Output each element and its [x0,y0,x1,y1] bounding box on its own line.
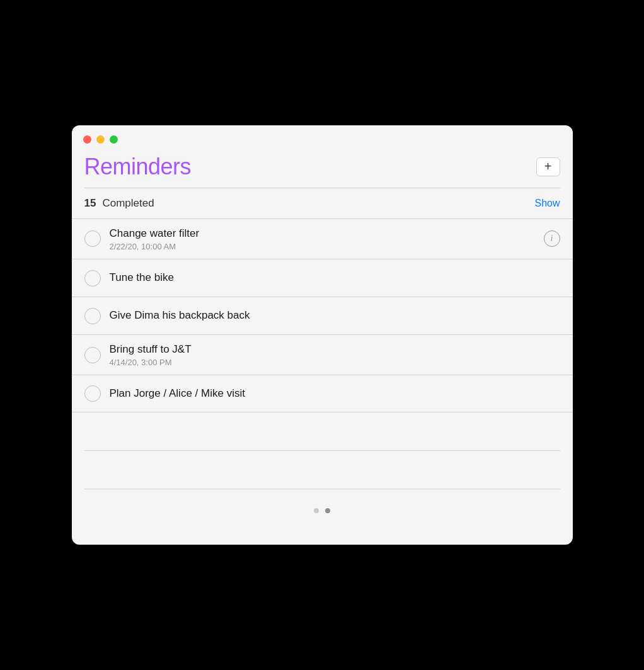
reminder-date-1: 2/22/20, 10:00 AM [110,242,538,251]
reminder-title-4: Bring stuff to J&T [110,343,560,356]
pagination [72,489,573,520]
maximize-button[interactable] [110,135,118,144]
reminder-content-1: Change water filter 2/22/20, 10:00 AM [110,227,538,251]
completed-count: 15 [84,197,96,210]
reminder-list: Change water filter 2/22/20, 10:00 AM i … [72,219,573,412]
minimize-button[interactable] [96,135,105,144]
reminder-checkbox-3[interactable] [84,308,101,324]
reminder-checkbox-4[interactable] [84,347,101,363]
reminder-content-2: Tune the bike [110,271,560,285]
close-button[interactable] [83,135,91,144]
completed-row: 15 Completed Show [72,188,573,219]
list-item: Bring stuff to J&T 4/14/20, 3:00 PM [72,334,573,375]
list-item: Tune the bike [72,259,573,297]
app-window: Reminders + 15 Completed Show Change wat… [72,125,573,545]
completed-info: 15 Completed [84,197,154,210]
list-item: Give Dima his backpack back [72,297,573,334]
reminder-date-4: 4/14/20, 3:00 PM [110,358,560,367]
list-item: Change water filter 2/22/20, 10:00 AM i [72,219,573,259]
app-title: Reminders [84,154,192,180]
pagination-dot-2[interactable] [325,508,330,513]
reminder-title-2: Tune the bike [110,271,560,285]
reminder-content-3: Give Dima his backpack back [110,309,560,322]
reminder-title-3: Give Dima his backpack back [110,309,560,322]
info-icon-1: i [551,234,553,244]
reminder-content-4: Bring stuff to J&T 4/14/20, 3:00 PM [110,343,560,367]
reminder-checkbox-1[interactable] [84,230,101,247]
reminder-checkbox-2[interactable] [84,270,101,287]
completed-label: Completed [102,197,154,210]
empty-divider-1 [84,450,560,451]
info-button-1[interactable]: i [544,230,560,247]
show-completed-button[interactable]: Show [534,198,560,209]
pagination-dot-1[interactable] [314,508,319,513]
reminder-title-5: Plan Jorge / Alice / Mike visit [110,387,560,400]
reminder-content-5: Plan Jorge / Alice / Mike visit [110,387,560,400]
title-bar [72,125,573,149]
reminder-checkbox-5[interactable] [84,385,101,402]
header: Reminders + [72,149,573,188]
add-reminder-button[interactable]: + [536,157,560,176]
list-item: Plan Jorge / Alice / Mike visit [72,375,573,412]
reminder-title-1: Change water filter [110,227,538,241]
